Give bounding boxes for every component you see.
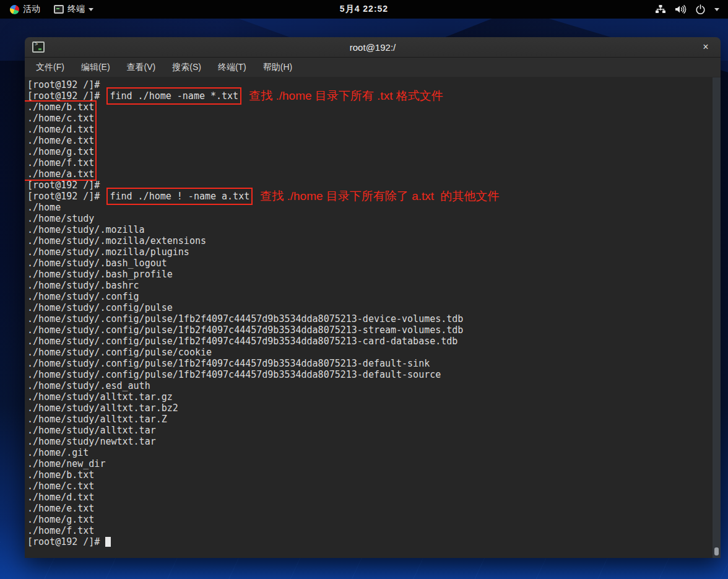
shell-prompt: [root@192 /]# [27,536,105,547]
terminal-line: ./home/study/.config/pulse [27,302,709,313]
activities-label: 活动 [23,4,40,15]
applications-icon [9,3,20,15]
annotation-text: 查找 ./home 目录下所有除了 a.txt 的其他文件 [260,189,499,202]
terminal-line: ./home/f.txt [27,525,709,536]
terminal-line: ./home/study/.config/pulse/1fb2f4097c444… [27,336,709,347]
menu-terminal[interactable]: 终端(T) [212,59,252,76]
menu-file[interactable]: 文件(F) [30,59,70,76]
window-title: root@192:/ [350,42,396,53]
terminal-line: ./home/study/.config/pulse/1fb2f4097c444… [27,324,709,336]
terminal-line: ./home/study/.mozilla/extensions [27,235,709,246]
activities-button[interactable]: 活动 [5,0,45,19]
app-menu-label: 终端 [67,4,85,15]
terminal-window: root@192:/ × 文件(F) 编辑(E) 查看(V) 搜索(S) 终端(… [25,37,721,558]
scrollbar[interactable] [713,77,721,558]
power-icon [695,4,706,15]
terminal-line: ./home/study/.config [27,291,709,302]
clock[interactable]: 5月4 22:52 [340,4,388,15]
terminal-line: ./home/study/.config/pulse/cookie [27,347,709,358]
terminal-line: ./home/e.txt [27,135,95,146]
terminal-line: ./home/d.txt [27,492,709,503]
terminal-line: [root@192 /]# find ./home -name *.txt查找 … [27,90,709,102]
terminal-line: ./home/f.txt [27,157,95,168]
shell-prompt: [root@192 /]# [27,191,105,202]
shell-prompt: [root@192 /]# [27,79,105,90]
terminal-line: ./home/b.txt [27,102,95,113]
command-text: find ./home ! -name a.txt [110,191,249,202]
terminal-line: ./home/study/alltxt.tar.bz2 [27,403,709,414]
scrollbar-thumb[interactable] [714,547,719,555]
terminal-content[interactable]: [root@192 /]# [root@192 /]# find ./home … [25,77,721,558]
terminal-line: ./home/study/.bash_logout [27,258,709,269]
volume-icon [675,4,687,14]
window-title-bar[interactable]: root@192:/ × [25,37,721,58]
terminal-line: ./home/d.txt [27,124,95,135]
terminal-line: ./home/study/alltxt.tar.Z [27,414,709,425]
terminal-line: ./home/b.txt [27,469,709,481]
terminal-icon [32,41,45,53]
terminal-line: ./home [27,202,709,213]
terminal-line: ./home/g.txt [27,514,709,525]
terminal-cursor [105,537,111,547]
close-button[interactable]: × [700,41,712,53]
terminal-icon [54,5,64,14]
chevron-down-icon [89,8,93,11]
terminal-line: ./home/c.txt [27,113,95,124]
menu-bar: 文件(F) 编辑(E) 查看(V) 搜索(S) 终端(T) 帮助(H) [25,58,721,77]
annotation-text: 查找 ./home 目录下所有 .txt 格式文件 [249,89,443,102]
terminal-line: ./home/study/newtxt.tar [27,436,709,447]
terminal-line: ./home/study/.mozilla/plugins [27,246,709,258]
app-menu-terminal[interactable]: 终端 [49,0,98,19]
output-highlight-box: ./home/b.txt./home/c.txt./home/d.txt./ho… [25,102,95,180]
terminal-line: ./home/new_dir [27,458,709,469]
terminal-line: ./home/a.txt [27,168,95,180]
terminal-line: ./home/study/.esd_auth [27,380,709,391]
network-icon [655,4,666,14]
terminal-line: [root@192 /]# [27,536,709,547]
terminal-line: ./home/study/.bash_profile [27,269,709,280]
menu-help[interactable]: 帮助(H) [258,59,298,76]
gnome-top-bar: 活动 终端 5月4 22:52 [0,0,728,19]
system-status-area[interactable] [655,4,728,15]
menu-edit[interactable]: 编辑(E) [76,59,116,76]
terminal-line: ./home/.git [27,447,709,458]
menu-view[interactable]: 查看(V) [121,59,162,76]
terminal-line: ./home/e.txt [27,503,709,514]
terminal-line: ./home/study/.config/pulse/1fb2f4097c444… [27,313,709,324]
terminal-line: ./home/study/.mozilla [27,224,709,235]
terminal-line: ./home/study/.config/pulse/1fb2f4097c444… [27,358,709,369]
terminal-line: ./home/study/alltxt.tar.gz [27,391,709,403]
menu-search[interactable]: 搜索(S) [167,59,207,76]
caret-down-icon [714,8,719,11]
shell-prompt: [root@192 /]# [27,90,105,102]
terminal-line: ./home/g.txt [27,146,95,157]
terminal-line: ./home/c.txt [27,481,709,492]
command-text: find ./home -name *.txt [110,90,238,102]
terminal-line: ./home/study/alltxt.tar [27,425,709,436]
shell-prompt: [root@192 /]# [27,180,105,191]
terminal-line: ./home/study/.config/pulse/1fb2f4097c444… [27,369,709,380]
terminal-line: ./home/study/.bashrc [27,280,709,291]
terminal-line: ./home/study [27,213,709,224]
terminal-line: [root@192 /]# find ./home ! -name a.txt查… [27,191,709,202]
